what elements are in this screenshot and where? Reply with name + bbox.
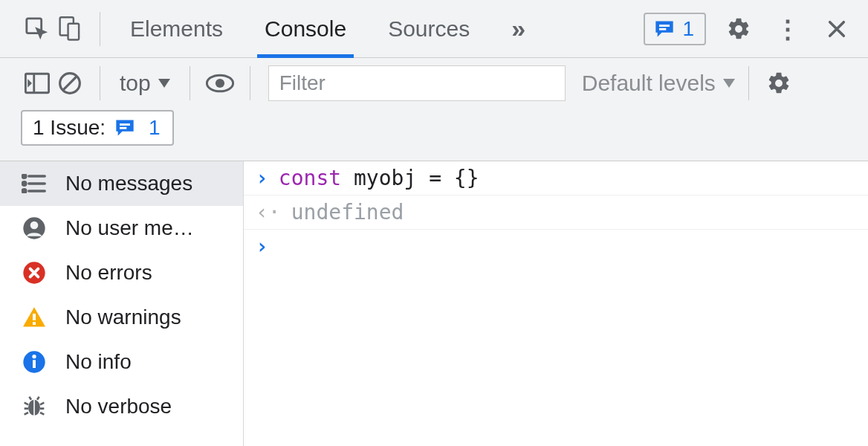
code-rest: myobj = {}: [341, 166, 479, 190]
svg-rect-23: [33, 322, 36, 325]
console-output-text: undefined: [291, 200, 404, 224]
devtools-tabbar: Elements Console Sources » 1 ⋮: [0, 0, 868, 58]
svg-point-17: [22, 190, 26, 193]
svg-rect-11: [120, 123, 130, 126]
issues-count: 1: [149, 116, 161, 140]
svg-rect-25: [33, 360, 36, 368]
console-input-code: const myobj = {}: [279, 166, 479, 190]
console-content: No messages No user me… No errors No war…: [0, 161, 868, 446]
svg-rect-4: [659, 28, 666, 30]
inspect-element-icon[interactable]: [21, 13, 54, 45]
sidebar-item-label: No info: [65, 350, 233, 374]
console-input-line: › const myobj = {}: [244, 161, 868, 195]
tab-sources[interactable]: Sources: [385, 0, 473, 57]
list-icon: [18, 174, 51, 193]
sidebar-item-label: No verbose: [65, 395, 233, 418]
log-levels-selector[interactable]: Default levels: [582, 71, 735, 96]
execution-context-selector[interactable]: top: [114, 71, 176, 96]
input-chevron-icon: ›: [256, 166, 268, 190]
console-output-line: ‹· undefined: [244, 195, 868, 230]
sidebar-item-warnings[interactable]: No warnings: [0, 295, 243, 340]
svg-point-13: [22, 175, 26, 178]
svg-rect-3: [659, 25, 670, 27]
sidebar-item-errors[interactable]: No errors: [0, 251, 243, 295]
message-icon: [654, 19, 675, 39]
issues-label: 1 Issue:: [33, 116, 106, 140]
svg-point-20: [30, 222, 39, 230]
error-icon: [18, 261, 51, 285]
warning-icon: [18, 306, 51, 329]
sidebar-item-all-messages[interactable]: No messages: [0, 161, 243, 206]
issues-badge[interactable]: 1: [644, 13, 706, 45]
separator: [190, 66, 190, 100]
svg-point-10: [216, 79, 224, 88]
message-icon: [114, 118, 135, 138]
svg-rect-2: [68, 23, 80, 39]
context-label: top: [120, 71, 151, 96]
console-settings-icon[interactable]: [762, 67, 795, 100]
settings-icon[interactable]: [722, 13, 755, 45]
console-toolbar: top Default levels 1 Issue:: [0, 58, 868, 161]
sidebar-item-user-messages[interactable]: No user me…: [0, 206, 243, 251]
console-messages: › const myobj = {} ‹· undefined ›: [244, 161, 868, 446]
sidebar-item-info[interactable]: No info: [0, 340, 243, 384]
info-icon: [18, 350, 51, 374]
kebab-menu-icon[interactable]: ⋮: [771, 13, 804, 45]
svg-rect-12: [120, 127, 126, 129]
device-toolbar-icon[interactable]: [54, 13, 86, 45]
user-icon: [18, 216, 51, 240]
separator: [250, 66, 250, 100]
sidebar-item-label: No errors: [65, 261, 233, 285]
input-chevron-icon: ›: [256, 234, 268, 259]
separator: [100, 66, 100, 100]
console-sidebar: No messages No user me… No errors No war…: [0, 161, 244, 446]
issues-badge-count: 1: [682, 17, 694, 41]
toggle-sidebar-icon[interactable]: [21, 67, 54, 100]
separator: [100, 12, 100, 46]
levels-label: Default levels: [582, 71, 716, 96]
tabs-overflow-icon[interactable]: »: [508, 0, 528, 57]
sidebar-item-label: No warnings: [65, 306, 233, 329]
svg-line-8: [63, 77, 77, 91]
sidebar-item-label: No user me…: [65, 216, 233, 240]
console-prompt[interactable]: ›: [244, 230, 868, 263]
svg-point-15: [22, 182, 26, 186]
svg-rect-22: [33, 314, 36, 320]
tab-console[interactable]: Console: [262, 0, 349, 57]
chevron-down-icon: [158, 79, 170, 88]
separator: [748, 66, 749, 100]
issues-summary-button[interactable]: 1 Issue: 1: [21, 110, 174, 146]
bug-icon: [18, 395, 51, 418]
chevron-down-icon: [723, 79, 735, 88]
close-icon[interactable]: [820, 13, 853, 45]
output-chevron-icon: ‹·: [256, 200, 281, 224]
tab-elements[interactable]: Elements: [127, 0, 226, 57]
sidebar-item-label: No messages: [65, 172, 233, 195]
filter-input[interactable]: [268, 65, 566, 101]
sidebar-item-verbose[interactable]: No verbose: [0, 384, 243, 429]
code-keyword: const: [279, 166, 341, 190]
svg-point-26: [32, 355, 36, 358]
clear-console-icon[interactable]: [54, 67, 86, 100]
panel-tabs: Elements Console Sources »: [127, 0, 644, 57]
live-expression-icon[interactable]: [204, 67, 236, 100]
